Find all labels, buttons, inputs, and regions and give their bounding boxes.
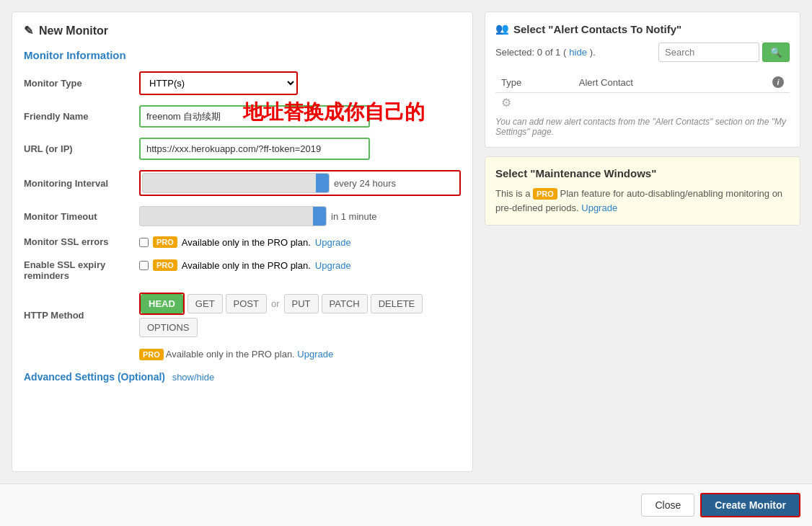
ssl-expiry-label: Enable SSL expiry reminders xyxy=(24,259,139,281)
method-upgrade-link[interactable]: Upgrade xyxy=(297,349,333,360)
method-head-button[interactable]: HEAD xyxy=(141,294,183,313)
monitor-type-wrap: HTTP(s) Keyword Ping Port Heartbeat xyxy=(139,71,461,95)
timeout-slider[interactable] xyxy=(139,206,327,226)
close-button[interactable]: Close xyxy=(641,494,694,517)
ssl-expiry-checkbox[interactable] xyxy=(139,261,149,270)
method-options-button[interactable]: OPTIONS xyxy=(139,318,198,337)
col-type: Type xyxy=(495,72,573,93)
panel-title: ✎ New Monitor xyxy=(24,24,461,37)
search-row: 🔍 xyxy=(658,43,790,62)
interval-label: every 24 hours xyxy=(334,178,396,189)
ssl-pro-badge: PRO xyxy=(153,236,177,248)
monitor-timeout-wrap: in 1 minute xyxy=(139,206,461,226)
monitor-type-label: Monitor Type xyxy=(24,78,139,89)
http-method-label: HTTP Method xyxy=(24,310,139,321)
url-input[interactable] xyxy=(139,138,370,160)
ssl-errors-checkbox[interactable] xyxy=(139,238,149,247)
monitor-timeout-label: Monitor Timeout xyxy=(24,211,139,222)
search-button[interactable]: 🔍 xyxy=(762,43,790,62)
advanced-settings-title: Advanced Settings (Optional) xyxy=(24,371,165,383)
maintenance-title: Select "Maintenance Windows" xyxy=(495,167,790,179)
edit-icon: ✎ xyxy=(24,24,33,37)
selected-end-text: ). xyxy=(590,47,596,58)
maintenance-text: This is a PRO Plan feature for auto-disa… xyxy=(495,187,790,215)
col-info: i xyxy=(733,72,790,93)
section-title: Monitor Information xyxy=(24,49,461,61)
gear-icon: ⚙ xyxy=(501,97,511,109)
method-pro-text: Available only in the PRO plan. xyxy=(166,349,295,360)
timeout-label: in 1 minute xyxy=(331,211,377,222)
advanced-settings: Advanced Settings (Optional) show/hide xyxy=(24,371,461,383)
timeout-interval-wrap: in 1 minute xyxy=(139,206,461,226)
maintenance-pro-badge: PRO xyxy=(533,188,557,200)
ssl-exp-upgrade-link[interactable]: Upgrade xyxy=(315,260,351,271)
empty-row: ⚙ xyxy=(495,93,790,113)
friendly-name-wrap xyxy=(139,105,461,128)
interval-wrap: every 24 hours xyxy=(142,173,458,193)
info-icon: i xyxy=(772,76,784,88)
monitor-timeout-row: Monitor Timeout in 1 minute xyxy=(24,206,461,226)
monitor-type-select[interactable]: HTTP(s) Keyword Ping Port Heartbeat xyxy=(139,71,298,95)
monitoring-interval-wrap: every 24 hours xyxy=(139,170,461,196)
method-delete-button[interactable]: DELETE xyxy=(371,294,423,313)
timeout-slider-handle[interactable] xyxy=(313,207,326,226)
head-btn-wrap: HEAD xyxy=(139,293,185,315)
url-label: URL (or IP) xyxy=(24,143,139,154)
ssl-errors-label: Monitor SSL errors xyxy=(24,236,139,247)
url-row: URL (or IP) xyxy=(24,138,461,160)
ssl-expiry-row: Enable SSL expiry reminders PRO Availabl… xyxy=(24,259,461,281)
contacts-table: Type Alert Contact i ⚙ xyxy=(495,72,790,112)
timeout-slider-fill xyxy=(140,207,313,226)
alert-contacts-section: 👥 Select "Alert Contacts To Notify" Sele… xyxy=(485,12,800,148)
method-post-button[interactable]: POST xyxy=(226,294,267,313)
http-method-wrap: HEAD GET POST or PUT PATCH DELETE OPTION… xyxy=(139,293,461,337)
create-monitor-button[interactable]: Create Monitor xyxy=(700,493,800,517)
hide-link[interactable]: hide xyxy=(569,47,587,58)
ssl-upgrade-link[interactable]: Upgrade xyxy=(315,237,351,248)
footer: Close Create Monitor xyxy=(0,483,812,526)
alert-contacts-title-text: Select "Alert Contacts To Notify" xyxy=(513,23,681,35)
contact-note: You can add new alert contacts from the … xyxy=(495,117,790,137)
slider-handle[interactable] xyxy=(316,174,329,192)
ssl-exp-pro-badge: PRO xyxy=(153,259,177,271)
panel-title-text: New Monitor xyxy=(39,24,108,37)
url-wrap xyxy=(139,138,461,160)
friendly-name-row: Friendly Name xyxy=(24,105,461,128)
method-buttons-group: HEAD GET POST or PUT PATCH DELETE OPTION… xyxy=(139,293,461,337)
friendly-name-label: Friendly Name xyxy=(24,111,139,122)
monitor-type-row: Monitor Type HTTP(s) Keyword Ping Port H… xyxy=(24,71,461,95)
ssl-errors-content: PRO Available only in the PRO plan. Upgr… xyxy=(139,236,351,248)
selected-info: Selected: 0 of 1 ( hide ). xyxy=(495,47,596,58)
method-pro-note: PRO Available only in the PRO plan. Upgr… xyxy=(139,349,461,360)
search-input[interactable] xyxy=(658,43,759,62)
alert-contacts-title: 👥 Select "Alert Contacts To Notify" xyxy=(495,22,790,35)
method-pro-badge: PRO xyxy=(139,349,164,360)
method-put-button[interactable]: PUT xyxy=(284,294,319,313)
ssl-errors-row: Monitor SSL errors PRO Available only in… xyxy=(24,236,461,248)
interval-slider[interactable] xyxy=(142,173,330,193)
maintenance-upgrade-link[interactable]: Upgrade xyxy=(581,202,617,213)
or-text: or xyxy=(271,298,280,309)
http-method-row: HTTP Method HEAD GET POST or PUT PATCH D… xyxy=(24,293,461,337)
selected-count-text: Selected: 0 of 1 ( xyxy=(495,47,566,58)
maintenance-title-text: Select "Maintenance Windows" xyxy=(495,167,656,179)
slider-fill xyxy=(143,174,316,192)
monitoring-interval-label: Monitoring Interval xyxy=(24,178,139,189)
col-alert-contact: Alert Contact xyxy=(573,72,733,93)
method-patch-button[interactable]: PATCH xyxy=(322,294,368,313)
ssl-exp-pro-text: Available only in the PRO plan. xyxy=(182,260,311,271)
left-panel: 地址替换成你自己的 ✎ New Monitor Monitor Informat… xyxy=(12,12,473,472)
users-icon: 👥 xyxy=(495,22,509,35)
maintenance-section: Select "Maintenance Windows" This is a P… xyxy=(485,156,800,226)
right-panel: 👥 Select "Alert Contacts To Notify" Sele… xyxy=(485,12,800,472)
show-hide-link[interactable]: show/hide xyxy=(172,372,215,383)
monitoring-interval-row: Monitoring Interval every 24 hours xyxy=(24,170,461,196)
maintenance-text-1: This is a xyxy=(495,188,530,199)
ssl-expiry-content: PRO Available only in the PRO plan. Upgr… xyxy=(139,259,351,271)
method-get-button[interactable]: GET xyxy=(187,294,223,313)
friendly-name-input[interactable] xyxy=(139,105,370,128)
interval-slider-outer: every 24 hours xyxy=(139,170,461,196)
ssl-pro-text: Available only in the PRO plan. xyxy=(182,237,311,248)
